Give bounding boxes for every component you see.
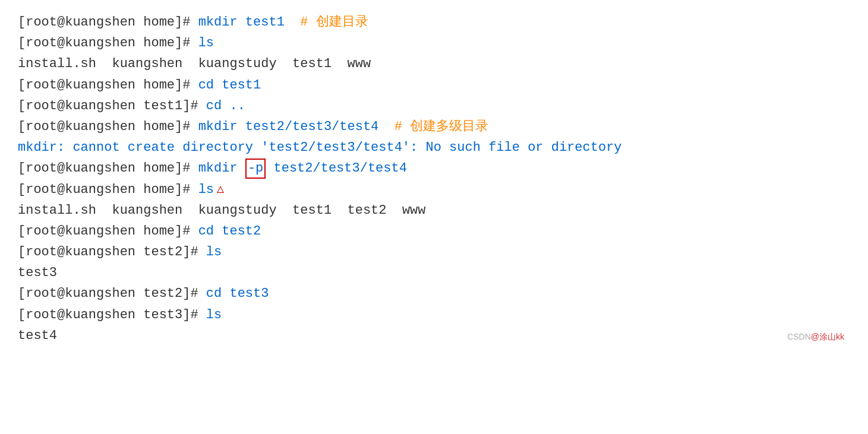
prompt-14: [root@kuangshen test2]# [18, 283, 206, 304]
command-5: cd .. [206, 96, 245, 116]
output-3: install.sh kuangshen kuangstudy test1 ww… [18, 53, 371, 74]
output-10: install.sh kuangshen kuangstudy test1 te… [18, 200, 426, 221]
command-11: cd test2 [198, 221, 261, 242]
command-9: ls [198, 179, 214, 200]
watermark: CSDN@涂山kk [787, 330, 844, 343]
terminal-line-12: [root@kuangshen test2]# ls [18, 242, 850, 262]
command-14: cd test3 [206, 283, 269, 304]
prompt-2: [root@kuangshen home]# [18, 33, 198, 53]
prompt-11: [root@kuangshen home]# [18, 221, 198, 242]
prompt-6: [root@kuangshen home]# [18, 116, 198, 137]
error-output-7: mkdir: cannot create directory 'test2/te… [18, 137, 622, 158]
comment-6: # 创建多级目录 [378, 116, 488, 137]
terminal-line-8: [root@kuangshen home]# mkdir -p test2/te… [18, 158, 850, 179]
terminal-line-2: [root@kuangshen home]# ls [18, 33, 850, 53]
highlight-p-flag: -p [245, 159, 266, 179]
terminal-line-7: mkdir: cannot create directory 'test2/te… [18, 137, 850, 158]
terminal-line-15: [root@kuangshen test3]# ls [18, 305, 850, 325]
post-cmd-8: test2/test3/test4 [266, 158, 407, 179]
terminal-line-11: [root@kuangshen home]# cd test2 [18, 221, 850, 242]
prompt-12: [root@kuangshen test2]# [18, 242, 206, 262]
pre-cmd-8: mkdir [198, 158, 245, 179]
terminal-line-4: [root@kuangshen home]# cd test1 [18, 75, 850, 96]
terminal-container: [root@kuangshen home]# mkdir test1 # 创建目… [18, 12, 850, 346]
terminal-line-16: test4 [18, 325, 850, 346]
output-16: test4 [18, 325, 57, 346]
command-4: cd test1 [198, 75, 261, 96]
watermark-author: @涂山kk [811, 332, 844, 341]
command-1: mkdir test1 [198, 12, 285, 33]
prompt-1: [root@kuangshen home]# [18, 12, 198, 33]
prompt-4: [root@kuangshen home]# [18, 75, 198, 96]
command-2: ls [198, 33, 214, 53]
watermark-csdn: CSDN [787, 332, 811, 341]
command-6: mkdir test2/test3/test4 [198, 116, 379, 137]
prompt-9: [root@kuangshen home]# [18, 179, 198, 200]
terminal-line-6: [root@kuangshen home]# mkdir test2/test3… [18, 116, 850, 137]
terminal-line-9: [root@kuangshen home]# ls△ [18, 179, 850, 200]
command-12: ls [206, 242, 222, 262]
output-13: test3 [18, 262, 57, 283]
terminal-line-3: install.sh kuangshen kuangstudy test1 ww… [18, 53, 850, 74]
terminal-line-1: [root@kuangshen home]# mkdir test1 # 创建目… [18, 12, 850, 33]
terminal-line-10: install.sh kuangshen kuangstudy test1 te… [18, 200, 850, 221]
terminal-line-5: [root@kuangshen test1]# cd .. [18, 96, 850, 116]
command-15: ls [206, 305, 222, 325]
prompt-8: [root@kuangshen home]# [18, 158, 198, 179]
prompt-15: [root@kuangshen test3]# [18, 305, 206, 325]
comment-1: # 创建目录 [285, 12, 368, 33]
prompt-5: [root@kuangshen test1]# [18, 96, 206, 116]
terminal-line-13: test3 [18, 262, 850, 283]
triangle-icon: △ [217, 180, 224, 199]
terminal-line-14: [root@kuangshen test2]# cd test3 [18, 283, 850, 304]
